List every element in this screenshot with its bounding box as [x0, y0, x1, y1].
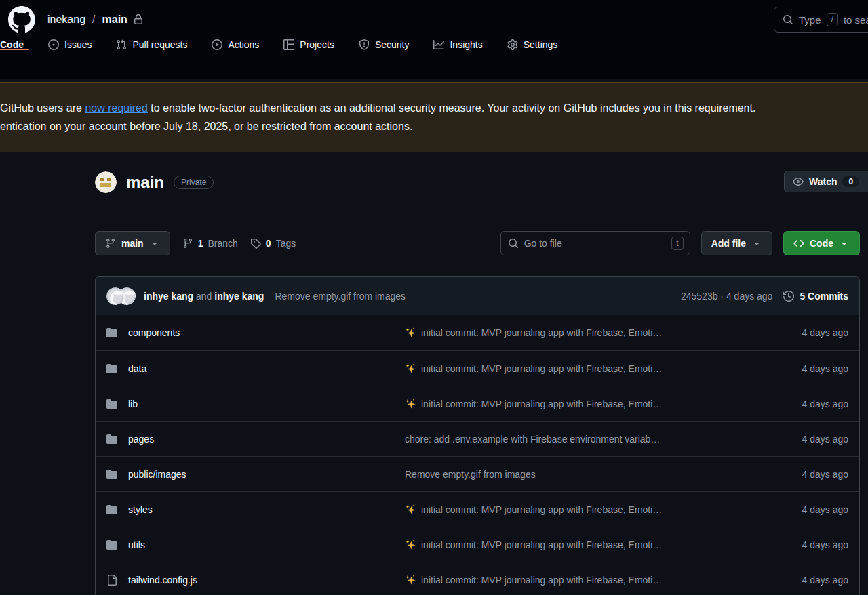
tags-link[interactable]: 0 Tags	[250, 238, 296, 249]
file-commit-cell: initial commit: MVP journaling app with …	[405, 575, 767, 586]
tags-count: 0	[266, 238, 271, 249]
tab-projects[interactable]: Projects	[278, 39, 340, 50]
commit-meta: 245523b · 4 days ago 5 Commits	[681, 291, 848, 302]
file-commit-date: 4 days ago	[767, 327, 848, 338]
file-commit-message[interactable]: chore: add .env.example with Firebase en…	[405, 434, 660, 445]
repo-owner-avatar[interactable]	[95, 171, 117, 193]
file-commit-cell: chore: add .env.example with Firebase en…	[405, 434, 767, 445]
tab-pull-requests[interactable]: Pull requests	[111, 39, 193, 50]
commit-sha-date[interactable]: 245523b · 4 days ago	[681, 291, 772, 302]
two-factor-banner: GitHub users are now required to enable …	[0, 82, 868, 152]
file-commit-message[interactable]: initial commit: MVP journaling app with …	[421, 575, 662, 586]
tab-issues-label: Issues	[64, 39, 92, 50]
global-search-box[interactable]: Type / to search	[774, 7, 868, 33]
file-row: utils initial commit: MVP journaling app…	[96, 527, 859, 562]
tab-security[interactable]: Security	[353, 39, 415, 50]
folder-icon	[106, 398, 117, 409]
breadcrumb-repo[interactable]: main	[102, 14, 127, 26]
branch-select-label: main	[121, 238, 144, 249]
shield-icon	[359, 39, 370, 50]
file-commit-message[interactable]: Remove empty.gif from images	[405, 469, 536, 480]
lock-icon	[133, 14, 144, 25]
file-commit-date: 4 days ago	[767, 575, 848, 586]
file-commit-message[interactable]: initial commit: MVP journaling app with …	[421, 539, 662, 550]
go-to-file-input[interactable]	[524, 238, 646, 249]
tab-insights[interactable]: Insights	[428, 39, 488, 50]
commit-history-link[interactable]: 5 Commits	[783, 291, 848, 302]
chevron-down-icon	[149, 238, 160, 249]
issue-opened-icon	[48, 39, 59, 50]
commit-authors-and: and	[196, 291, 212, 302]
branches-link[interactable]: 1 Branch	[182, 238, 238, 249]
toolbar-right-group: t Add file Code	[500, 231, 860, 255]
file-name-cell: utils	[106, 539, 405, 550]
file-commit-date: 4 days ago	[767, 504, 848, 515]
file-name-link[interactable]: lib	[128, 398, 138, 409]
folder-icon	[106, 539, 117, 550]
watch-button[interactable]: Watch 0	[784, 171, 868, 192]
tab-issues[interactable]: Issues	[43, 39, 97, 50]
tab-actions[interactable]: Actions	[206, 39, 264, 50]
file-commit-date: 4 days ago	[767, 539, 848, 550]
file-commit-date: 4 days ago	[767, 469, 848, 480]
file-row: lib initial commit: MVP journaling app w…	[96, 386, 859, 421]
file-name-cell: data	[106, 363, 405, 374]
banner-now-required-link[interactable]: now required	[85, 102, 148, 114]
code-button[interactable]: Code	[783, 231, 860, 255]
file-name-link[interactable]: data	[128, 363, 146, 374]
search-placeholder-type: Type	[799, 14, 821, 26]
file-name-link[interactable]: utils	[128, 539, 145, 550]
main-content: main Private main 1 Branch 0 Tags t Add …	[95, 171, 860, 595]
file-row: data initial commit: MVP journaling app …	[96, 350, 859, 386]
tag-icon	[250, 238, 261, 249]
commit-author-link[interactable]: inhye kang	[144, 291, 193, 302]
graph-icon	[433, 39, 444, 50]
breadcrumb-separator: /	[92, 14, 95, 26]
chevron-down-icon	[751, 238, 762, 249]
code-button-label: Code	[810, 238, 833, 249]
file-name-cell: components	[106, 327, 405, 338]
folder-icon	[106, 504, 117, 515]
repo-header: main Private	[95, 171, 860, 193]
tab-security-label: Security	[375, 39, 410, 50]
visibility-badge: Private	[174, 176, 214, 189]
repo-toolbar: main 1 Branch 0 Tags t Add file	[95, 231, 860, 255]
file-name-link[interactable]: styles	[128, 504, 153, 515]
sparkle-icon	[405, 327, 416, 338]
sparkle-icon	[405, 539, 416, 550]
sparkle-icon	[405, 398, 416, 409]
commit-author-avatar[interactable]	[106, 287, 124, 305]
play-circle-icon	[212, 39, 222, 50]
file-name-link[interactable]: public/images	[128, 469, 186, 480]
breadcrumb-owner[interactable]: inekang	[47, 14, 85, 26]
gear-icon	[507, 39, 518, 50]
latest-commit-message[interactable]: Remove empty.gif from images	[275, 291, 406, 302]
file-name-cell: styles	[106, 504, 405, 515]
chevron-down-icon	[839, 238, 850, 249]
file-commit-message[interactable]: initial commit: MVP journaling app with …	[421, 398, 662, 409]
banner-line1-prefix: GitHub users are	[0, 102, 85, 114]
git-branch-icon	[182, 238, 193, 249]
repo-nav: Code Issues Pull requests Actions Projec…	[0, 39, 868, 79]
file-name-link[interactable]: pages	[128, 434, 154, 445]
watch-count-badge: 0	[842, 176, 859, 187]
commit-author-link[interactable]: inhye kang	[214, 291, 264, 302]
file-row: tailwind.config.js initial commit: MVP j…	[96, 562, 859, 595]
file-commit-date: 4 days ago	[767, 434, 848, 445]
github-logo-icon[interactable]	[8, 6, 35, 33]
file-name-link[interactable]: components	[128, 327, 180, 338]
tab-code[interactable]: Code	[0, 39, 29, 50]
file-commit-message[interactable]: initial commit: MVP journaling app with …	[421, 504, 662, 515]
folder-icon	[106, 469, 117, 480]
file-commit-cell: initial commit: MVP journaling app with …	[405, 363, 767, 374]
file-row: pages chore: add .env.example with Fireb…	[96, 421, 859, 456]
add-file-button[interactable]: Add file	[701, 231, 772, 255]
tab-settings[interactable]: Settings	[502, 39, 564, 50]
file-name-link[interactable]: tailwind.config.js	[128, 575, 197, 586]
branch-select-button[interactable]: main	[95, 231, 170, 255]
file-commit-message[interactable]: initial commit: MVP journaling app with …	[421, 363, 662, 374]
search-icon	[783, 14, 793, 25]
breadcrumb: inekang / main	[47, 14, 144, 26]
file-commit-cell: initial commit: MVP journaling app with …	[405, 398, 767, 409]
file-commit-message[interactable]: initial commit: MVP journaling app with …	[421, 327, 662, 338]
